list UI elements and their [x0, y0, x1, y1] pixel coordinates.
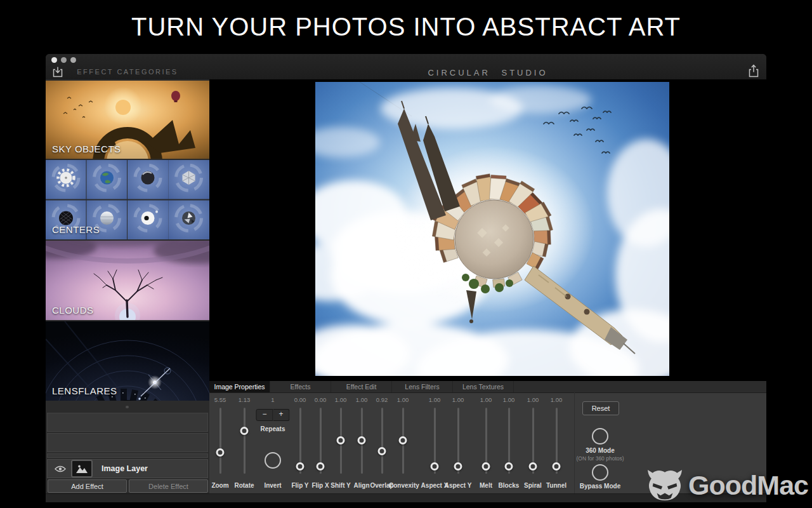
layer-visibility-eye-icon[interactable] — [55, 465, 66, 472]
aspect-x-slider[interactable] — [434, 408, 436, 474]
add-effect-button[interactable]: Add Effect — [48, 479, 127, 493]
tab-effects[interactable]: Effects — [270, 381, 331, 392]
spiral-slider-knob[interactable] — [529, 462, 537, 471]
preview-canvas — [209, 79, 766, 381]
rotate-slider-knob[interactable] — [240, 427, 249, 435]
tunnel-slider[interactable] — [556, 408, 558, 474]
slider-aspect-y: 1.00 Aspect Y — [444, 396, 472, 489]
layer-list-empty-row[interactable] — [47, 433, 208, 452]
invert-toggle[interactable] — [265, 452, 281, 469]
flip-y-slider[interactable] — [299, 408, 301, 474]
image-layer-row[interactable]: Image Layer — [47, 459, 208, 478]
tiny-planet-preview-image — [315, 82, 669, 376]
sidebar-header: EFFECT CATEGORIES — [46, 68, 209, 76]
flip-y-slider-knob[interactable] — [296, 462, 304, 471]
tab-lens-filters[interactable]: Lens Filters — [392, 381, 453, 392]
slider-rotate: 1.13 Rotate — [230, 396, 258, 489]
zoom-window-button[interactable] — [70, 57, 76, 63]
flip-x-slider-knob[interactable] — [317, 462, 325, 471]
category-tile-centers[interactable]: CENTERS — [46, 160, 209, 239]
titlebar: EFFECT CATEGORIES CIRCULAR STUDIO — [46, 54, 766, 80]
category-label: SKY OBJECTS — [52, 144, 121, 154]
shift-y-slider[interactable] — [340, 408, 342, 474]
tunnel-slider-knob[interactable] — [553, 462, 561, 471]
convexity-slider-knob[interactable] — [399, 436, 407, 444]
align-slider[interactable] — [361, 408, 363, 474]
minimize-window-button[interactable] — [61, 57, 67, 63]
layer-list-empty-row — [47, 453, 208, 458]
tab-lens-textures[interactable]: Lens Textures — [453, 381, 514, 392]
category-label: CLOUDS — [52, 305, 94, 316]
align-slider-knob[interactable] — [358, 436, 366, 444]
goodmac-logo-text: GoodMac — [688, 470, 808, 501]
aspect-y-slider[interactable] — [457, 408, 459, 474]
blocks-slider[interactable] — [508, 408, 510, 474]
tab-image-properties[interactable]: Image Properties — [209, 381, 270, 392]
flip-x-slider[interactable] — [320, 408, 322, 474]
bypass-mode-label: Bypass Mode — [568, 483, 632, 490]
image-icon — [75, 464, 88, 474]
layer-list-empty-row[interactable] — [47, 413, 208, 432]
convexity-slider[interactable] — [402, 408, 404, 474]
app-window: EFFECT CATEGORIES CIRCULAR STUDIO — [46, 54, 766, 502]
slider-convexity: 1.00 Convexity — [389, 396, 417, 489]
aspect-y-slider-knob[interactable] — [454, 462, 462, 471]
delete-effect-button[interactable]: Delete Effect — [129, 479, 208, 493]
close-window-button[interactable] — [51, 57, 57, 63]
mode-360-sublabel: (ON for 360 photos) — [562, 455, 638, 462]
layer-thumbnail — [71, 460, 93, 478]
rotate-slider[interactable] — [244, 408, 246, 474]
repeats-stepper: − + — [256, 409, 290, 421]
effect-categories-sidebar: SKY OBJECTS — [46, 79, 209, 494]
overlap-slider-knob[interactable] — [378, 447, 386, 455]
category-label: CENTERS — [52, 224, 100, 235]
category-label: LENSFLARES — [52, 385, 117, 396]
repeats-control: 1 − + Repeats Invert — [255, 396, 291, 489]
overlap-slider[interactable] — [381, 408, 383, 474]
category-tile-clouds[interactable]: CLOUDS — [46, 241, 209, 320]
app-title: CIRCULAR STUDIO — [209, 68, 766, 77]
goodmac-logo: GoodMac — [644, 469, 808, 502]
layer-name: Image Layer — [102, 464, 148, 473]
panel-divider — [574, 392, 575, 494]
bypass-mode-toggle[interactable] — [592, 464, 608, 481]
goodmac-mask-icon — [644, 469, 686, 502]
spiral-slider[interactable] — [532, 408, 534, 474]
category-tile-lensflares[interactable]: LENSFLARES — [46, 321, 209, 401]
page-headline: TURN YOUR PHOTOS INTO ABSTRACT ART — [0, 13, 812, 41]
mode-360-toggle[interactable] — [592, 428, 608, 444]
blocks-slider-knob[interactable] — [505, 462, 513, 471]
melt-slider[interactable] — [485, 408, 487, 474]
zoom-slider-knob[interactable] — [216, 448, 225, 457]
panel-tabbar: Image Properties Effects Effect Edit Len… — [209, 381, 766, 393]
repeats-minus-button[interactable]: − — [256, 409, 273, 421]
melt-slider-knob[interactable] — [482, 462, 490, 471]
list-resize-handle[interactable] — [126, 406, 129, 408]
zoom-slider[interactable] — [219, 408, 221, 474]
tab-effect-edit[interactable]: Effect Edit — [331, 381, 392, 392]
shift-y-slider-knob[interactable] — [337, 436, 345, 444]
slider-tunnel: 1.00 Tunnel — [542, 396, 570, 489]
reset-button[interactable]: Reset — [582, 401, 619, 415]
aspect-x-slider-knob[interactable] — [431, 462, 439, 471]
mode-360-label: 360 Mode — [568, 447, 632, 454]
category-tile-sky-objects[interactable]: SKY OBJECTS — [46, 81, 209, 159]
share-icon[interactable] — [747, 64, 760, 79]
